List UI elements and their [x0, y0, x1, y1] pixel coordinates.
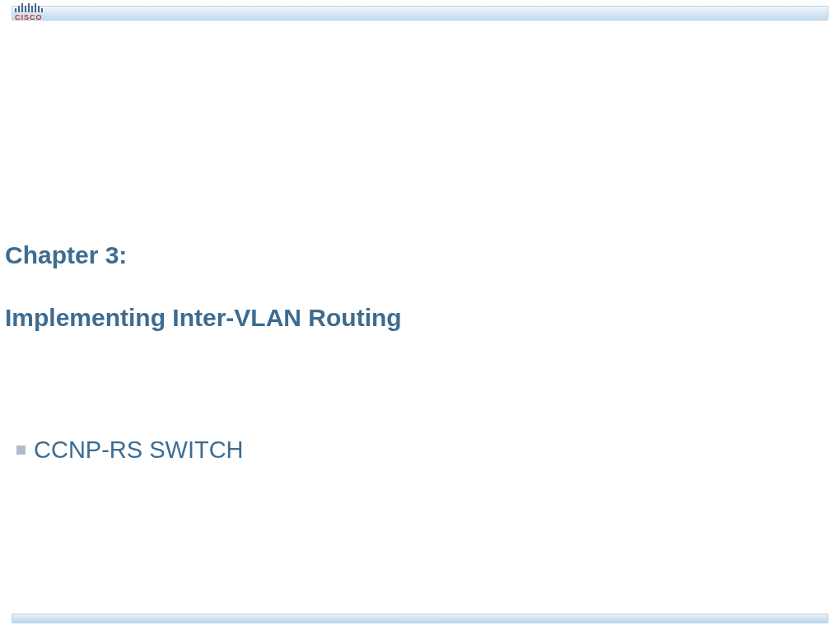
bullet-text: CCNP-RS SWITCH — [34, 436, 244, 464]
slide-title: Implementing Inter-VLAN Routing — [5, 304, 402, 332]
chapter-label: Chapter 3: — [5, 241, 127, 269]
cisco-logo-bars — [15, 3, 43, 12]
cisco-logo-text: CISCO — [15, 13, 43, 21]
bullet-item: CCNP-RS SWITCH — [16, 436, 244, 464]
cisco-logo: CISCO — [15, 3, 43, 21]
header-bar — [12, 6, 828, 21]
footer-bar: Ali Aydemir — [12, 614, 828, 623]
bullet-square-icon — [16, 446, 26, 455]
footer-text: Ali Aydemir — [402, 614, 439, 623]
